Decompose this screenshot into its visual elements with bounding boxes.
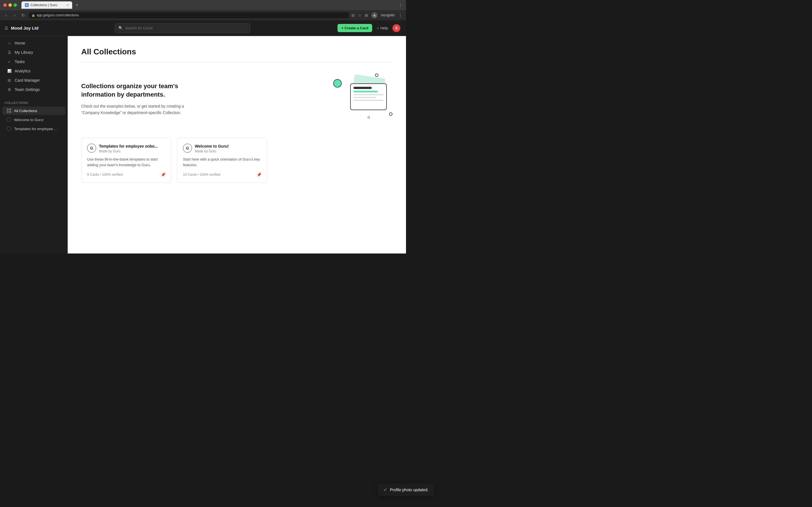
collection-cards-grid: G Templates for employee onbo... Made by… [81,138,393,183]
bookmark-icon[interactable]: ☆ [358,13,361,17]
traffic-lights [3,3,17,7]
welcome-guru-dot-icon [7,117,11,122]
nav-forward-button[interactable]: › [12,13,17,17]
app-header: 🔍 Search for Cards + Create a Card ○ Hel… [68,20,406,36]
hero-illustration [331,73,393,124]
templates-dot-icon [7,126,11,131]
close-window-button[interactable] [3,3,7,7]
new-tab-button[interactable]: + [73,1,81,9]
sidebar-item-all-collections[interactable]: All Collections [2,107,65,115]
illus-circle-dot-2 [389,112,393,116]
sidebar: ☰ Mood Joy Ltd ⌂ Home ☰ My Library ✓ Tas… [0,20,68,253]
hero-text: Collections organize your team's informa… [81,82,200,116]
collection-card-description-welcome: Start here with a quick orientation of G… [183,157,261,168]
browser-tab-controls: ⋮ [399,3,403,7]
all-collections-icon [7,108,11,113]
incognito-label: Incognito [381,13,395,17]
main-content: All Collections Collections organize you… [68,36,406,253]
collection-card-title-templates: Templates for employee onbo... [99,144,165,149]
collection-card-welcome[interactable]: G Welcome to Guru! Made by Guru Start he… [177,138,267,183]
sidebar-item-analytics-label: Analytics [15,69,31,73]
sidebar-item-card-manager-label: Card Manager [15,78,40,82]
create-card-button[interactable]: + Create a Card [338,24,372,32]
page-divider [81,62,393,62]
cast-icon: ⊟ [352,13,355,17]
illus-badge [333,79,342,88]
collection-card-title-group-welcome: Welcome to Guru! Made by Guru [195,144,261,153]
incognito-badge: 🕵 [371,12,377,18]
collections-hero: Collections organize your team's informa… [81,73,393,124]
browser-menu-button[interactable]: ⋮ [398,13,403,18]
collection-card-title-welcome: Welcome to Guru! [195,144,261,149]
address-bar[interactable]: 🔒 app.getguru.com/collections [29,12,349,18]
minimize-window-button[interactable] [8,3,12,7]
sidebar-item-card-manager[interactable]: ⊞ Card Manager [2,76,65,85]
sidebar-item-analytics[interactable]: 📊 Analytics [2,66,65,75]
collections-section-header: Collections [0,97,68,106]
help-label: Help [380,26,388,30]
welcome-guru-logo: G [183,144,192,153]
url-text: app.getguru.com/collections [37,13,79,17]
collection-card-footer-welcome: 10 Cards • 100% verified 📌 [183,172,261,177]
search-bar[interactable]: 🔍 Search for Cards [115,23,250,33]
sidebar-item-home-label: Home [15,41,25,45]
sidebar-all-collections-label: All Collections [14,109,37,113]
tab-bar: G Collections | Guru ✕ + [21,1,396,9]
templates-guru-logo: G [87,144,96,153]
collection-card-meta-templates: 9 Cards • 100% verified [87,173,123,177]
collection-card-description-templates: Use these fill-in-the-blank templates to… [87,157,165,168]
incognito-icon: 🕵 [373,14,376,17]
collection-card-header-templates: G Templates for employee onbo... Made by… [87,144,165,153]
sidebar-item-templates-for-employee[interactable]: Templates for employee ... [2,124,65,133]
home-icon: ⌂ [7,41,12,45]
analytics-icon: 📊 [7,69,12,73]
sidebar-item-team-settings-label: Team Settings [15,87,40,92]
sidebar-templates-label: Templates for employee ... [14,127,57,131]
search-input[interactable]: Search for Cards [125,26,153,30]
collection-card-header-welcome: G Welcome to Guru! Made by Guru [183,144,261,153]
sidebar-item-home[interactable]: ⌂ Home [2,39,65,48]
library-icon: ☰ [7,50,12,55]
search-icon: 🔍 [118,26,123,30]
sidebar-item-tasks[interactable]: ✓ Tasks [2,57,65,66]
extension-icon: ⊞ [365,13,368,17]
pin-icon-templates[interactable]: 📌 [161,172,165,177]
sidebar-item-my-library[interactable]: ☰ My Library [2,48,65,57]
collection-card-footer-templates: 9 Cards • 100% verified 📌 [87,172,165,177]
pin-icon-welcome[interactable]: 📌 [257,172,261,177]
illus-circle-dot-1 [375,73,378,77]
collection-card-subtitle-welcome: Made by Guru [195,149,261,153]
nav-back-button[interactable]: ‹ [3,13,9,17]
sidebar-item-team-settings[interactable]: ⚙ Team Settings [2,85,65,94]
sidebar-item-welcome-to-guru[interactable]: Welcome to Guru! [2,115,65,124]
maximize-window-button[interactable] [13,3,17,7]
lock-icon: 🔒 [32,14,35,17]
tasks-icon: ✓ [7,59,12,64]
sidebar-nav: ⌂ Home ☰ My Library ✓ Tasks 📊 Analytics … [0,36,68,97]
collection-card-title-group-templates: Templates for employee onbo... Made by G… [99,144,165,153]
page-content: All Collections Collections organize you… [68,36,406,194]
hero-headline: Collections organize your team's informa… [81,82,200,99]
illus-line-3 [354,100,384,101]
page-title: All Collections [81,47,393,56]
collection-card-templates[interactable]: G Templates for employee onbo... Made by… [81,138,171,183]
hamburger-menu-button[interactable]: ☰ [4,26,8,31]
help-button[interactable]: ○ Help [377,26,388,30]
collection-card-meta-welcome: 10 Cards • 100% verified [183,173,220,177]
sidebar-item-my-library-label: My Library [15,50,33,55]
card-manager-icon: ⊞ [7,78,12,82]
sidebar-header: ☰ Mood Joy Ltd [0,20,68,36]
active-tab[interactable]: G Collections | Guru ✕ [21,1,72,9]
collection-card-subtitle-templates: Made by Guru [99,149,165,153]
help-icon: ○ [377,26,379,30]
browser-nav-actions: ⊟ ☆ ⊞ 🕵 Incognito ⋮ [352,12,403,18]
tab-close-button[interactable]: ✕ [66,3,69,7]
header-actions: + Create a Card ○ Help S [338,24,400,32]
tab-favicon-icon: G [25,3,29,7]
sidebar-welcome-guru-label: Welcome to Guru! [14,118,44,122]
hero-description: Check out the examples below, or get sta… [81,103,200,116]
avatar[interactable]: S [393,24,400,32]
team-settings-icon: ⚙ [7,87,12,92]
sidebar-item-tasks-label: Tasks [15,59,25,64]
nav-refresh-button[interactable]: ↻ [20,13,26,17]
